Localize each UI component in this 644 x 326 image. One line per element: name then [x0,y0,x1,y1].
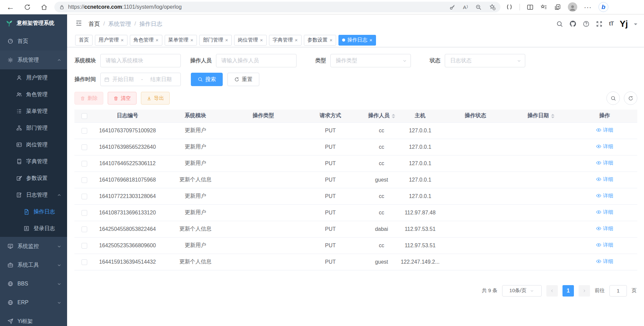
row-checkbox[interactable] [82,194,87,199]
delete-button[interactable]: 删除 [74,92,103,105]
user-avatar[interactable]: Yj [620,19,628,29]
close-icon[interactable]: × [191,38,194,43]
sidebar-item-oper-log[interactable]: 操作日志 [0,203,67,220]
toggle-search-button[interactable] [606,91,620,105]
prev-page-button[interactable] [546,285,558,297]
tab-menu-mgmt[interactable]: 菜单管理× [165,35,197,46]
sidebar-item-dict-mgmt[interactable]: 字典管理 [0,153,67,170]
tab-post-mgmt[interactable]: 岗位管理× [234,35,267,46]
add-favorite-icon[interactable] [489,4,496,10]
type-select[interactable]: 操作类型 [330,54,411,67]
breadcrumb-home[interactable]: 首页 [89,20,100,28]
sidebar-item-yi-framework[interactable]: Yi框架 [0,312,67,326]
sidebar-item-log-mgmt[interactable]: 日志管理 [0,187,67,203]
tab-home[interactable]: 首页 [75,35,93,46]
browser-menu-icon[interactable]: ··· [584,3,592,11]
sidebar-item-role-mgmt[interactable]: 角色管理 [0,86,67,103]
close-icon[interactable]: × [260,38,263,43]
text-size-icon[interactable]: tT [609,20,613,27]
status-select[interactable]: 日志状态 [445,54,525,67]
breadcrumb-system[interactable]: 系统管理 [108,20,131,28]
detail-link[interactable]: 详细 [596,143,613,150]
close-icon[interactable]: × [330,38,333,43]
browser-home-button[interactable] [38,1,50,13]
sidebar-item-login-log[interactable]: 登录日志 [0,220,67,237]
close-icon[interactable]: × [225,38,228,43]
fullscreen-icon[interactable] [596,20,603,27]
read-aloud-icon[interactable]: A) [463,4,468,10]
browser-profile-avatar[interactable] [568,2,577,12]
next-page-button[interactable] [579,285,590,297]
sidebar-item-user-mgmt[interactable]: 用户管理 [0,69,67,86]
row-checkbox[interactable] [82,243,87,249]
close-icon[interactable]: × [156,38,159,43]
avatar-caret-icon[interactable] [634,23,637,27]
row-checkbox[interactable] [82,144,87,150]
date-range-picker[interactable]: 开始日期 - 结束日期 [100,73,181,86]
goto-page-input[interactable] [609,285,627,297]
tab-role-mgmt[interactable]: 角色管理× [130,35,162,46]
module-input[interactable] [100,54,181,67]
sidebar-item-system[interactable]: 系统管理 [0,51,67,69]
col-operator[interactable]: 操作人员 [364,110,399,122]
export-button[interactable]: 导出 [141,92,170,105]
detail-link[interactable]: 详细 [596,193,613,199]
sidebar-item-menu-mgmt[interactable]: 菜单管理 [0,103,67,120]
clear-button[interactable]: 清空 [108,92,137,105]
detail-link[interactable]: 详细 [596,160,613,166]
tab-param-settings[interactable]: 参数设置× [304,35,336,46]
row-checkbox[interactable] [82,226,87,232]
app-logo[interactable]: 意框架管理系统 [0,14,67,32]
detail-link[interactable]: 详细 [596,242,613,248]
refresh-table-button[interactable] [624,91,637,105]
row-checkbox[interactable] [82,128,87,134]
sort-caret-icon[interactable] [392,114,395,118]
page-number-1[interactable]: 1 [562,285,574,297]
close-icon[interactable]: × [121,38,124,43]
sidebar-item-bbs[interactable]: BBS [0,274,67,293]
github-icon[interactable] [569,20,577,27]
row-checkbox[interactable] [82,161,87,167]
detail-link[interactable]: 详细 [596,176,613,183]
detail-link[interactable]: 详细 [596,209,613,215]
address-bar[interactable]: https://ccnetcore.com:1101/system/log/op… [54,2,500,12]
select-all-checkbox[interactable] [82,113,87,119]
tab-dept-mgmt[interactable]: 部门管理× [199,35,232,46]
operator-input[interactable] [216,54,297,67]
page-size-select[interactable]: 10条/页 [502,285,542,297]
detail-link[interactable]: 详细 [596,225,613,232]
copilot-icon[interactable]: b [598,2,608,12]
help-icon[interactable] [583,20,590,27]
sidebar-item-post-mgmt[interactable]: 岗位管理 [0,136,67,153]
tab-oper-log[interactable]: 操作日志× [338,35,376,46]
sidebar-item-monitor[interactable]: 系统监控 [0,237,67,256]
sort-caret-icon[interactable] [551,114,554,118]
browser-back-button[interactable]: ← [5,1,16,13]
browser-refresh-button[interactable] [21,1,33,13]
row-checkbox[interactable] [82,259,87,265]
split-screen-icon[interactable] [527,4,534,11]
header-search-icon[interactable] [556,20,563,27]
row-checkbox[interactable] [82,210,87,216]
tab-dict-mgmt[interactable]: 字典管理× [269,35,302,46]
sidebar-item-dept-mgmt[interactable]: 部门管理 [0,120,67,136]
sidebar-fold-icon[interactable] [75,19,83,28]
reset-button[interactable]: 重置 [227,73,259,86]
extensions-icon[interactable] [506,4,513,11]
row-checkbox[interactable] [82,177,87,183]
sidebar-item-param-settings[interactable]: 参数设置 [0,170,67,187]
col-date[interactable]: 操作日期 [510,110,572,122]
search-button[interactable]: 搜索 [191,73,223,86]
sidebar-item-home[interactable]: 首页 [0,32,67,51]
sidebar-item-erp[interactable]: ERP [0,293,67,312]
tab-user-mgmt[interactable]: 用户管理× [95,35,127,46]
detail-link[interactable]: 详细 [596,127,613,133]
close-icon[interactable]: × [369,38,372,43]
zoom-out-icon[interactable] [475,4,482,10]
detail-link[interactable]: 详细 [596,258,613,265]
sidebar-item-tools[interactable]: 系统工具 [0,256,67,274]
close-icon[interactable]: × [295,38,298,43]
favorites-icon[interactable] [540,4,547,11]
collections-icon[interactable] [554,4,561,11]
password-key-icon[interactable] [449,4,455,10]
